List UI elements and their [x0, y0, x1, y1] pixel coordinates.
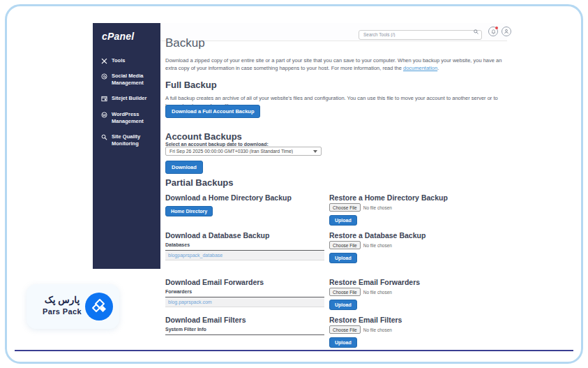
parspack-brand-farsi: پارس پک [33, 294, 91, 305]
parspack-brand-latin: Pars Pack [33, 307, 91, 316]
sidebar: cPanel Tools Social Media Management Sit… [93, 23, 160, 269]
wordpress-icon [101, 112, 107, 118]
tools-icon [101, 58, 107, 64]
sidebar-item-tools[interactable]: Tools [93, 53, 160, 68]
download-home-dir-heading: Download a Home Directory Backup [165, 193, 292, 202]
sidebar-item-label: Site Quality Monitoring [112, 133, 156, 147]
page-title: Backup [165, 36, 205, 50]
full-backup-heading: Full Backup [165, 80, 217, 90]
sidebar-item-label: Social Media Management [112, 73, 156, 87]
databases-column-header: Databases [165, 242, 324, 251]
backup-date-label: Select an account backup date to downloa… [165, 142, 269, 147]
page-intro: Download a zipped copy of your entire si… [165, 57, 506, 73]
restore-forwarders-filefield: Choose File No file chosen [329, 288, 392, 296]
partial-backups-heading: Partial Backups [165, 177, 234, 188]
download-forwarders-heading: Download Email Forwarders [165, 278, 264, 286]
selected-backup-date: Fri Sep 26 2025 00:00:00 GMT+0330 (Iran … [169, 149, 293, 154]
cpanel-logo: cPanel [102, 31, 160, 42]
search-input[interactable] [359, 30, 482, 40]
restore-forwarders-heading: Restore Email Forwarders [329, 278, 420, 286]
choose-file-button[interactable]: Choose File [329, 325, 361, 334]
screenshot-stage: cPanel Tools Social Media Management Sit… [0, 0, 588, 368]
upload-home-dir-button[interactable]: Upload [329, 215, 357, 226]
sidebar-item-label: WordPress Management [112, 111, 156, 125]
parspack-watermark: پارس پک Pars Pack [27, 284, 119, 329]
file-status-text: No file chosen [363, 243, 392, 248]
sitejet-icon [101, 96, 107, 102]
restore-database-filefield: Choose File No file chosen [329, 241, 392, 249]
footer-divider [15, 350, 573, 351]
notifications-button[interactable] [488, 27, 498, 36]
choose-file-button[interactable]: Choose File [329, 241, 361, 249]
social-media-icon [101, 73, 107, 80]
sidebar-nav: Tools Social Media Management Sitejet Bu… [93, 53, 160, 152]
download-full-backup-button[interactable]: Download a Full Account Backup [165, 105, 260, 118]
restore-filters-filefield: Choose File No file chosen [329, 325, 392, 334]
user-menu-button[interactable] [502, 27, 511, 36]
bell-icon [491, 29, 496, 34]
notification-badge [495, 27, 498, 29]
site-quality-icon [101, 134, 107, 140]
database-link[interactable]: blogpaprspack_database [168, 253, 223, 258]
restore-filters-heading: Restore Email Filters [329, 316, 402, 324]
system-filter-column-header: System Filter Info [165, 327, 324, 335]
forwarder-link[interactable]: blog.paprspack.com [168, 300, 212, 304]
upload-database-button[interactable]: Upload [329, 253, 357, 263]
forwarders-column-header: Forwarders [165, 289, 324, 297]
sidebar-item-site-quality[interactable]: Site Quality Monitoring [93, 129, 160, 152]
file-status-text: No file chosen [363, 327, 392, 332]
upload-filters-button[interactable]: Upload [329, 337, 357, 348]
home-directory-button[interactable]: Home Directory [165, 206, 213, 216]
backup-date-select[interactable]: Fri Sep 26 2025 00:00:00 GMT+0330 (Iran … [165, 147, 322, 156]
user-icon [504, 29, 509, 34]
upload-forwarders-button[interactable]: Upload [329, 300, 357, 310]
download-filters-heading: Download Email Filters [165, 316, 246, 324]
file-status-text: No file chosen [363, 290, 392, 295]
intro-text-end: . [437, 65, 439, 71]
chevron-down-icon [313, 150, 317, 153]
restore-database-heading: Restore a Database Backup [329, 231, 425, 240]
forwarder-row[interactable]: blog.paprspack.com [165, 297, 324, 307]
sidebar-item-label: Tools [112, 57, 125, 64]
search-icon [474, 29, 478, 34]
restore-home-dir-heading: Restore a Home Directory Backup [329, 193, 448, 202]
topbar [160, 23, 507, 41]
database-row[interactable]: blogpaprspack_database [165, 251, 324, 260]
download-account-backup-button[interactable]: Download [165, 161, 203, 174]
sidebar-item-label: Sitejet Builder [112, 95, 146, 102]
sidebar-item-social-media[interactable]: Social Media Management [93, 68, 160, 91]
download-database-heading: Download a Database Backup [165, 231, 269, 240]
documentation-link[interactable]: documentation [403, 65, 437, 71]
parspack-logo-icon [85, 293, 113, 321]
file-status-text: No file chosen [363, 205, 392, 210]
choose-file-button[interactable]: Choose File [329, 203, 361, 212]
choose-file-button[interactable]: Choose File [329, 288, 361, 296]
sidebar-item-sitejet[interactable]: Sitejet Builder [93, 91, 160, 106]
intro-text: Download a zipped copy of your entire si… [165, 57, 502, 71]
sidebar-item-wordpress[interactable]: WordPress Management [93, 107, 160, 129]
account-backups-heading: Account Backups [165, 131, 242, 142]
restore-home-dir-filefield: Choose File No file chosen [329, 203, 392, 212]
